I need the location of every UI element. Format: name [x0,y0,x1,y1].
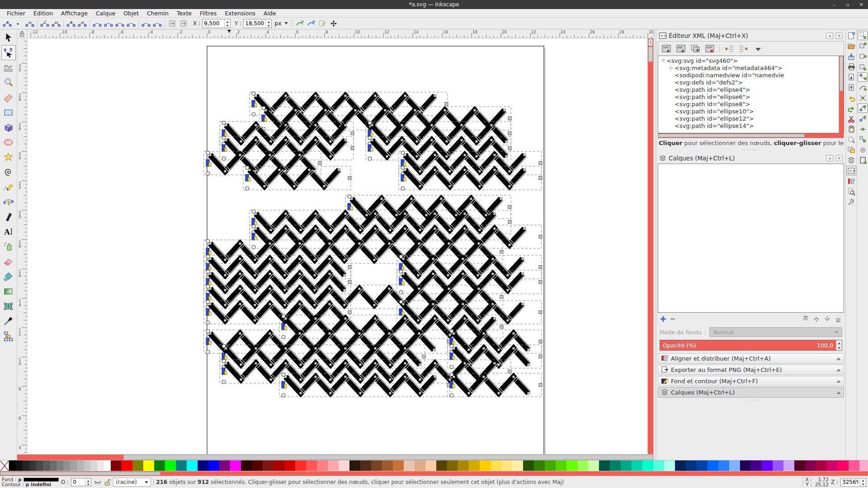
swatch[interactable] [317,460,328,471]
xml-tree-node[interactable]: ▷<svg:metadata id="metadata464"> [660,64,839,71]
tool-dropper[interactable] [1,314,16,328]
swatch[interactable] [57,460,63,471]
xml-editor-header[interactable]: <> Éditeur XML (Maj+Ctrl+X) ◂ ✕ [658,30,844,41]
tool-box3d[interactable] [1,120,16,135]
menu-objet[interactable]: Objet [119,9,143,17]
xml-tree-node[interactable]: <svg:path id="ellipse6"> [660,93,839,100]
cut-button[interactable] [846,114,856,123]
swatch[interactable] [556,460,566,471]
xml-tree-hscrollbar[interactable] [658,133,844,138]
swatch[interactable] [675,460,686,471]
guide-lock-toggle[interactable] [17,29,27,38]
xml-tree-node[interactable]: <sodipodi:namedview id="namedvie [660,71,839,79]
swatch[interactable] [284,460,295,471]
xml-editor-button[interactable]: <> [846,166,856,175]
swatch[interactable] [599,460,610,471]
swatch[interactable] [632,460,642,471]
vertical-scrollbar-thumb[interactable] [648,47,653,62]
snap-paths-toggle[interactable] [858,83,868,92]
swatch[interactable] [306,460,317,471]
blend-mode-combo[interactable]: Normal [709,327,842,337]
swatch[interactable] [404,460,415,471]
dock-close-button[interactable]: ✕ [835,155,843,161]
tool-ellipse[interactable] [1,135,16,150]
tool-selector[interactable] [1,30,16,45]
snap-midpoints-toggle[interactable] [858,124,868,134]
swatch[interactable] [63,460,70,471]
segment-curve-button[interactable] [152,19,163,28]
menu-aide[interactable]: Aide [259,9,280,17]
swatch[interactable] [816,460,827,471]
canvas-viewport[interactable] [27,38,647,454]
swatch[interactable] [469,460,480,471]
delete-segment-button[interactable]: − [77,19,88,28]
duplicate-node-button[interactable] [689,44,702,54]
swatch[interactable] [729,460,740,471]
opacity-slider[interactable]: Opacité (%) 100,0 ▲▼ [660,340,842,351]
node-symmetric-button[interactable] [114,19,125,28]
swatch[interactable] [29,460,36,471]
horizontal-ruler[interactable]: -12-10-8-6-4-202468101214161820222426283… [27,29,653,38]
palette-scrollbar-thumb[interactable] [0,472,160,475]
swatch[interactable] [621,460,632,471]
swatch[interactable] [230,460,241,471]
swatch[interactable] [295,460,306,471]
snap-arrows-button[interactable] [328,19,339,28]
node-menu-button[interactable]: ▾ [13,19,24,28]
snap-page-border-toggle[interactable] [858,155,868,165]
raise-layer-button[interactable] [812,315,821,323]
swatch[interactable] [653,460,664,471]
menu-affichage[interactable]: Affichage [57,9,92,17]
swatch[interactable] [838,460,849,471]
swatch[interactable] [523,460,534,471]
zoom-input[interactable] [841,479,860,486]
maximize-button[interactable]: ▫ [844,1,851,8]
swatch[interactable] [708,460,718,471]
swatch[interactable] [9,460,16,471]
swatch[interactable] [187,460,198,471]
vertical-scrollbar[interactable]: 1 [647,38,653,454]
tree-expander-icon[interactable]: ▽ [660,58,666,63]
swatch[interactable] [480,460,491,471]
swatch[interactable] [241,460,252,471]
swatch[interactable] [165,460,176,471]
swatch[interactable] [77,460,84,471]
dock-handle[interactable]: ······· [658,148,844,153]
swatch[interactable] [436,460,447,471]
tool-bucket-fill[interactable] [1,269,16,284]
y-coordinate-input[interactable] [244,19,265,28]
delete-node-button[interactable]: xml [703,44,716,54]
snap-bbox-edges-toggle[interactable] [858,52,868,61]
indent-node-button[interactable] [737,44,750,54]
stroke-width-spinbox[interactable]: ▲▼ [71,478,91,486]
snap-rotation-centers-toggle[interactable] [858,145,868,155]
palette-scrollbar[interactable] [0,471,868,476]
xml-tree-vscrollbar[interactable] [839,56,844,133]
y-spin-arrows[interactable]: ▲▼ [265,19,271,28]
swatch[interactable] [512,460,523,471]
dock-handle[interactable]: ······· [658,399,844,403]
snap-path-intersections-toggle[interactable] [858,93,868,103]
break-node-button[interactable]: ⟋ [39,19,50,28]
swatch[interactable] [501,460,512,471]
swatch[interactable] [849,460,859,471]
vertical-ruler[interactable]: 3028262422201816141210864 [17,38,27,454]
node-corner-button[interactable] [92,19,103,28]
docked-dialog-export[interactable]: Exporter au format PNG (Maj+Ctrl+E) [658,365,844,375]
tool-zoom[interactable] [1,75,16,90]
join-segment-button[interactable]: + [66,19,76,28]
snap-cusp-nodes-toggle[interactable] [858,103,868,113]
swatch[interactable] [447,460,458,471]
import-image-button[interactable] [846,72,856,82]
swatch[interactable] [664,460,675,471]
menu-calque[interactable]: Calque [92,9,119,17]
edit-clip-button[interactable] [317,19,328,28]
swatch[interactable] [577,460,588,471]
find-button[interactable] [846,187,856,196]
swatch[interactable] [642,460,653,471]
docked-dialog-align[interactable]: Aligner et distribuer (Maj+Ctrl+A) [658,353,844,364]
stroke-width-spin-arrows[interactable]: ▲▼ [85,479,91,486]
object-to-path-button[interactable] [167,19,178,28]
menu-fichier[interactable]: Fichier [3,9,29,17]
join-node-button[interactable]: ›‹ [51,19,61,28]
